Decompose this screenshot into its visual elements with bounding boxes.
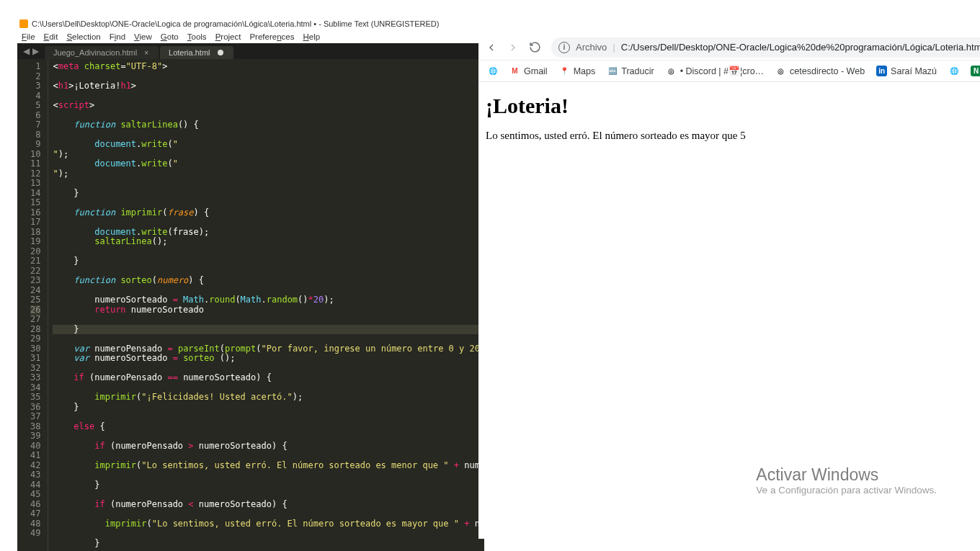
unsaved-dot-icon[interactable] — [218, 50, 223, 55]
bookmark-label: cetesdirecto - Web — [790, 66, 865, 76]
omnibox[interactable]: i Archivo | C:/Users/Dell/Desktop/ONE-Or… — [551, 37, 980, 58]
menu-goto[interactable]: Goto — [161, 32, 179, 41]
bookmark-icon: in — [876, 66, 887, 76]
tab-label: Loteria.html — [169, 48, 210, 57]
arrow-left-icon[interactable]: ◀ — [23, 46, 30, 56]
bookmark-icon: 📍 — [559, 66, 570, 76]
menu-bar[interactable]: File Edit Selection Find View Goto Tools… — [17, 30, 484, 43]
menu-help[interactable]: Help — [303, 32, 320, 41]
watermark-sub: Ve a Configuración para activar Windows. — [756, 485, 937, 496]
bookmark-item[interactable]: ◎• Discord | #📅¦cro… — [666, 66, 764, 76]
menu-project[interactable]: Project — [215, 32, 241, 41]
arrow-right-icon[interactable]: ▶ — [32, 46, 39, 56]
windows-watermark: Activar Windows Ve a Configuración para … — [756, 465, 937, 496]
tab-nav-arrows[interactable]: ◀▶ — [17, 43, 45, 59]
tab-loteria[interactable]: Loteria.html — [160, 46, 233, 59]
bookmark-label: Traducir — [621, 66, 654, 76]
back-button[interactable] — [486, 41, 497, 54]
page-heading: ¡Loteria! — [486, 94, 973, 118]
bookmark-item[interactable]: inSaraí Mazú — [876, 66, 937, 76]
page-text: Lo sentimos, usted erró. El número sorte… — [486, 130, 973, 142]
bookmark-icon: ◎ — [666, 66, 677, 76]
toolbar: i Archivo | C:/Users/Dell/Desktop/ONE-Or… — [478, 35, 980, 61]
bookmark-label: Gmail — [524, 66, 548, 76]
bookmark-icon: N — [971, 66, 980, 76]
bookmark-item[interactable]: MGmail — [509, 66, 548, 76]
omnibox-scheme: Archivo — [576, 42, 607, 53]
window-title-bar: C:\Users\Dell\Desktop\ONE-Oracle\Logica … — [17, 17, 484, 30]
bookmark-item[interactable]: 🌐 — [948, 66, 959, 76]
editor-area[interactable]: 1234567891011121314151617181920212223242… — [17, 59, 484, 551]
code-content[interactable]: <meta charset="UTF-8"> <h1>¡Loteria!h1> … — [48, 59, 484, 551]
window-title: C:\Users\Dell\Desktop\ONE-Oracle\Logica … — [32, 19, 439, 28]
bookmark-label: • Discord | #📅¦cro… — [680, 66, 764, 76]
menu-tools[interactable]: Tools — [187, 32, 207, 41]
bookmark-label: Saraí Mazú — [891, 66, 937, 76]
bookmark-item[interactable]: 🔤Traducir — [607, 66, 654, 76]
browser-window: i Archivo | C:/Users/Dell/Desktop/ONE-Or… — [478, 35, 980, 539]
bookmark-icon: 🌐 — [487, 66, 498, 76]
reload-button[interactable] — [529, 41, 541, 54]
sublime-window: C:\Users\Dell\Desktop\ONE-Oracle\Logica … — [17, 17, 484, 536]
tab-juego-adivinacion[interactable]: Juego_Adivinacion.html × — [45, 46, 159, 59]
menu-view[interactable]: View — [134, 32, 152, 41]
site-info-icon[interactable]: i — [558, 42, 570, 53]
close-icon[interactable]: × — [144, 49, 148, 57]
menu-edit[interactable]: Edit — [44, 32, 58, 41]
forward-button[interactable] — [507, 41, 519, 54]
bookmark-item[interactable]: 🌐 — [487, 66, 498, 76]
tab-bar: ◀▶ Juego_Adivinacion.html × Loteria.html — [17, 43, 484, 59]
bookmark-icon: ◎ — [775, 66, 786, 76]
bookmarks-bar[interactable]: 🌐MGmail📍Maps🔤Traducir◎• Discord | #📅¦cro… — [478, 61, 980, 82]
menu-find[interactable]: Find — [110, 32, 125, 41]
menu-preferences[interactable]: Preferences — [249, 32, 294, 41]
bookmark-item[interactable]: 📍Maps — [559, 66, 596, 76]
sublime-icon — [19, 19, 28, 28]
bookmark-item[interactable]: ◎cetesdirecto - Web — [775, 66, 865, 76]
bookmark-icon: 🔤 — [607, 66, 618, 76]
bookmark-icon: M — [509, 66, 520, 76]
menu-file[interactable]: File — [22, 32, 35, 41]
bookmark-label: Maps — [574, 66, 596, 76]
watermark-title: Activar Windows — [756, 465, 937, 485]
menu-selection[interactable]: Selection — [66, 32, 100, 41]
bookmark-icon: 🌐 — [948, 66, 959, 76]
page-body: ¡Loteria! Lo sentimos, usted erró. El nú… — [478, 82, 980, 539]
omnibox-url: C:/Users/Dell/Desktop/ONE-Oracle/Logica%… — [621, 42, 980, 53]
line-gutter: 1234567891011121314151617181920212223242… — [17, 59, 48, 551]
tab-label: Juego_Adivinacion.html — [53, 48, 137, 57]
bookmark-item[interactable]: NNIKKEN La — [971, 66, 980, 76]
